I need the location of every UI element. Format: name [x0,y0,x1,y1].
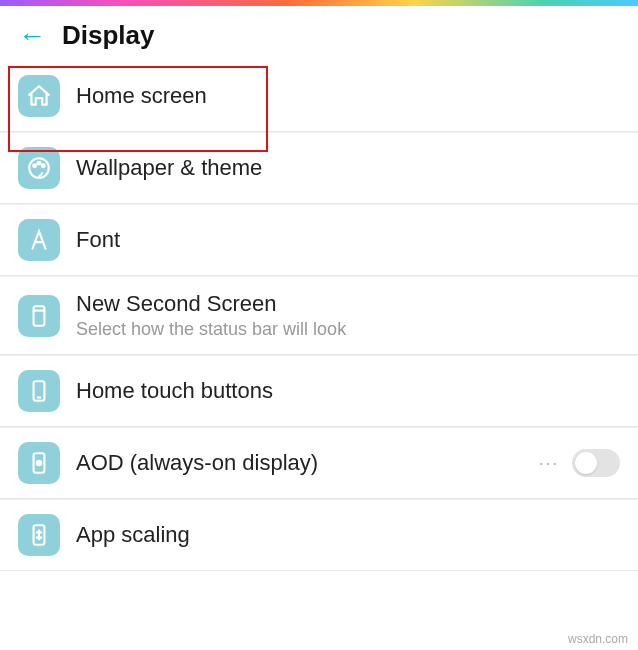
watermark: wsxdn.com [568,632,628,646]
list-item-font[interactable]: Font [0,204,638,276]
list-item-app-scaling[interactable]: App scaling [0,499,638,571]
back-arrow-icon[interactable]: ← [18,22,46,50]
list-item-wallpaper-theme[interactable]: Wallpaper & theme [0,132,638,204]
item-description: Select how the status bar will look [76,319,620,340]
list-item-new-second-screen[interactable]: New Second Screen Select how the status … [0,276,638,355]
list-item-aod[interactable]: AOD (always-on display) ⋯ [0,427,638,499]
item-label: AOD (always-on display) [76,450,538,476]
palette-icon [18,147,60,189]
svg-point-9 [37,461,41,465]
second-screen-icon [18,295,60,337]
more-icon[interactable]: ⋯ [538,451,560,475]
home-icon [18,75,60,117]
svg-point-1 [33,164,36,167]
page-title: Display [62,20,155,51]
list-item-home-screen[interactable]: Home screen [0,61,638,132]
svg-point-2 [38,162,41,165]
svg-rect-4 [34,306,45,326]
aod-icon [18,442,60,484]
item-label: Wallpaper & theme [76,155,620,181]
touch-buttons-icon [18,370,60,412]
item-label: Home screen [76,83,620,109]
header: ← Display [0,6,638,61]
item-label: New Second Screen [76,291,620,317]
item-label: Font [76,227,620,253]
settings-list: Home screen Wallpaper & theme Font New S… [0,61,638,571]
app-scaling-icon [18,514,60,556]
font-icon [18,219,60,261]
svg-point-3 [42,164,45,167]
list-item-home-touch-buttons[interactable]: Home touch buttons [0,355,638,427]
toggle-knob [575,452,597,474]
item-label: App scaling [76,522,620,548]
item-label: Home touch buttons [76,378,620,404]
aod-toggle[interactable] [572,449,620,477]
